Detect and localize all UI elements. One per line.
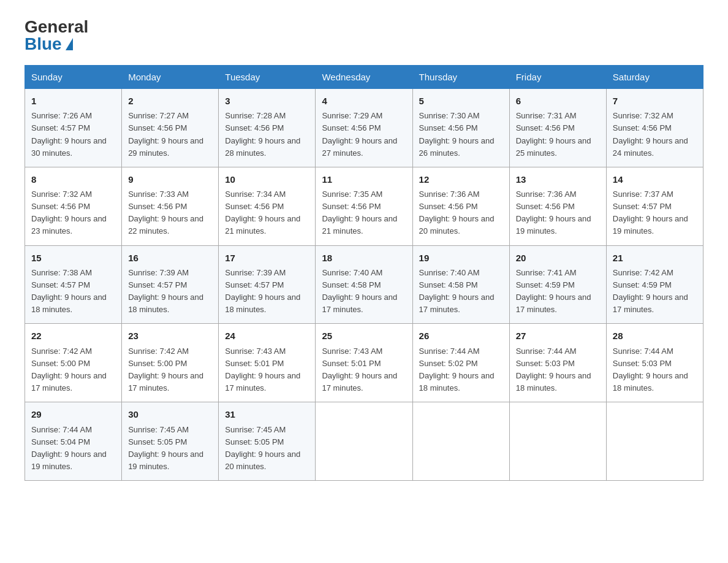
day-header-thursday: Thursday — [412, 66, 509, 89]
day-number: 14 — [613, 172, 697, 186]
day-number: 17 — [225, 251, 309, 265]
day-header-tuesday: Tuesday — [219, 66, 316, 89]
day-info: Sunrise: 7:42 AMSunset: 5:00 PMDaylight:… — [31, 347, 107, 393]
calendar-cell: 29 Sunrise: 7:44 AMSunset: 5:04 PMDaylig… — [25, 402, 122, 481]
day-info: Sunrise: 7:44 AMSunset: 5:03 PMDaylight:… — [613, 347, 688, 393]
day-info: Sunrise: 7:27 AMSunset: 4:56 PMDaylight:… — [128, 111, 203, 157]
day-number: 22 — [31, 329, 115, 343]
calendar-cell: 12 Sunrise: 7:36 AMSunset: 4:56 PMDaylig… — [412, 167, 509, 245]
day-info: Sunrise: 7:32 AMSunset: 4:56 PMDaylight:… — [613, 111, 688, 157]
day-info: Sunrise: 7:34 AMSunset: 4:56 PMDaylight:… — [225, 190, 300, 236]
day-number: 30 — [128, 407, 212, 421]
calendar-week-row: 8 Sunrise: 7:32 AMSunset: 4:56 PMDayligh… — [25, 167, 703, 245]
day-info: Sunrise: 7:36 AMSunset: 4:56 PMDaylight:… — [419, 190, 495, 236]
day-info: Sunrise: 7:45 AMSunset: 5:05 PMDaylight:… — [225, 425, 300, 471]
day-number: 13 — [516, 172, 600, 186]
day-info: Sunrise: 7:41 AMSunset: 4:59 PMDaylight:… — [516, 268, 591, 314]
day-info: Sunrise: 7:44 AMSunset: 5:02 PMDaylight:… — [419, 347, 495, 393]
day-number: 7 — [613, 94, 697, 108]
calendar-week-row: 15 Sunrise: 7:38 AMSunset: 4:57 PMDaylig… — [25, 245, 703, 324]
calendar-cell: 16 Sunrise: 7:39 AMSunset: 4:57 PMDaylig… — [122, 245, 219, 324]
day-number: 27 — [516, 329, 600, 343]
day-number: 10 — [225, 172, 309, 186]
calendar-cell: 19 Sunrise: 7:40 AMSunset: 4:58 PMDaylig… — [412, 245, 509, 324]
page-header: General Blue — [25, 18, 703, 53]
calendar-week-row: 29 Sunrise: 7:44 AMSunset: 5:04 PMDaylig… — [25, 402, 703, 481]
calendar-cell: 7 Sunrise: 7:32 AMSunset: 4:56 PMDayligh… — [606, 89, 703, 167]
day-info: Sunrise: 7:42 AMSunset: 5:00 PMDaylight:… — [128, 347, 203, 393]
calendar-cell: 14 Sunrise: 7:37 AMSunset: 4:57 PMDaylig… — [606, 167, 703, 245]
day-info: Sunrise: 7:40 AMSunset: 4:58 PMDaylight:… — [419, 268, 495, 314]
day-info: Sunrise: 7:33 AMSunset: 4:56 PMDaylight:… — [128, 190, 203, 236]
day-header-sunday: Sunday — [25, 66, 122, 89]
logo: General Blue — [25, 18, 88, 53]
calendar-cell: 25 Sunrise: 7:43 AMSunset: 5:01 PMDaylig… — [316, 324, 412, 402]
day-number: 9 — [128, 172, 212, 186]
day-info: Sunrise: 7:43 AMSunset: 5:01 PMDaylight:… — [322, 347, 397, 393]
day-info: Sunrise: 7:42 AMSunset: 4:59 PMDaylight:… — [613, 268, 688, 314]
day-info: Sunrise: 7:43 AMSunset: 5:01 PMDaylight:… — [225, 347, 300, 393]
calendar-cell: 11 Sunrise: 7:35 AMSunset: 4:56 PMDaylig… — [316, 167, 412, 245]
calendar-cell: 31 Sunrise: 7:45 AMSunset: 5:05 PMDaylig… — [219, 402, 316, 481]
day-number: 16 — [128, 251, 212, 265]
day-info: Sunrise: 7:39 AMSunset: 4:57 PMDaylight:… — [128, 268, 203, 314]
day-info: Sunrise: 7:31 AMSunset: 4:56 PMDaylight:… — [516, 111, 591, 157]
day-header-monday: Monday — [122, 66, 219, 89]
calendar-week-row: 1 Sunrise: 7:26 AMSunset: 4:57 PMDayligh… — [25, 89, 703, 167]
day-number: 20 — [516, 251, 600, 265]
day-info: Sunrise: 7:30 AMSunset: 4:56 PMDaylight:… — [419, 111, 495, 157]
day-info: Sunrise: 7:32 AMSunset: 4:56 PMDaylight:… — [31, 190, 107, 236]
calendar-cell: 21 Sunrise: 7:42 AMSunset: 4:59 PMDaylig… — [606, 245, 703, 324]
day-info: Sunrise: 7:26 AMSunset: 4:57 PMDaylight:… — [31, 111, 107, 157]
day-info: Sunrise: 7:35 AMSunset: 4:56 PMDaylight:… — [322, 190, 397, 236]
calendar-cell: 23 Sunrise: 7:42 AMSunset: 5:00 PMDaylig… — [122, 324, 219, 402]
calendar-week-row: 22 Sunrise: 7:42 AMSunset: 5:00 PMDaylig… — [25, 324, 703, 402]
day-info: Sunrise: 7:40 AMSunset: 4:58 PMDaylight:… — [322, 268, 397, 314]
calendar-cell: 22 Sunrise: 7:42 AMSunset: 5:00 PMDaylig… — [25, 324, 122, 402]
calendar-cell: 5 Sunrise: 7:30 AMSunset: 4:56 PMDayligh… — [412, 89, 509, 167]
calendar-cell: 18 Sunrise: 7:40 AMSunset: 4:58 PMDaylig… — [316, 245, 412, 324]
calendar-table: SundayMondayTuesdayWednesdayThursdayFrid… — [25, 65, 703, 481]
calendar-cell: 4 Sunrise: 7:29 AMSunset: 4:56 PMDayligh… — [316, 89, 412, 167]
calendar-cell: 3 Sunrise: 7:28 AMSunset: 4:56 PMDayligh… — [219, 89, 316, 167]
day-number: 18 — [322, 251, 406, 265]
day-number: 21 — [613, 251, 697, 265]
calendar-cell: 2 Sunrise: 7:27 AMSunset: 4:56 PMDayligh… — [122, 89, 219, 167]
calendar-cell: 26 Sunrise: 7:44 AMSunset: 5:02 PMDaylig… — [412, 324, 509, 402]
logo-triangle-icon — [66, 38, 73, 50]
day-info: Sunrise: 7:28 AMSunset: 4:56 PMDaylight:… — [225, 111, 300, 157]
calendar-cell: 6 Sunrise: 7:31 AMSunset: 4:56 PMDayligh… — [509, 89, 606, 167]
day-header-friday: Friday — [509, 66, 606, 89]
day-number: 3 — [225, 94, 309, 108]
day-number: 15 — [31, 251, 115, 265]
day-number: 8 — [31, 172, 115, 186]
day-number: 31 — [225, 407, 309, 421]
day-info: Sunrise: 7:37 AMSunset: 4:57 PMDaylight:… — [613, 190, 688, 236]
calendar-cell — [412, 402, 509, 481]
day-number: 5 — [419, 94, 503, 108]
logo-general-text: General — [25, 18, 88, 36]
day-number: 1 — [31, 94, 115, 108]
calendar-cell: 24 Sunrise: 7:43 AMSunset: 5:01 PMDaylig… — [219, 324, 316, 402]
day-info: Sunrise: 7:36 AMSunset: 4:56 PMDaylight:… — [516, 190, 591, 236]
calendar-cell — [316, 402, 412, 481]
day-info: Sunrise: 7:44 AMSunset: 5:03 PMDaylight:… — [516, 347, 591, 393]
calendar-cell: 1 Sunrise: 7:26 AMSunset: 4:57 PMDayligh… — [25, 89, 122, 167]
calendar-cell: 20 Sunrise: 7:41 AMSunset: 4:59 PMDaylig… — [509, 245, 606, 324]
calendar-cell: 17 Sunrise: 7:39 AMSunset: 4:57 PMDaylig… — [219, 245, 316, 324]
day-info: Sunrise: 7:38 AMSunset: 4:57 PMDaylight:… — [31, 268, 107, 314]
calendar-cell: 27 Sunrise: 7:44 AMSunset: 5:03 PMDaylig… — [509, 324, 606, 402]
calendar-cell: 28 Sunrise: 7:44 AMSunset: 5:03 PMDaylig… — [606, 324, 703, 402]
day-number: 11 — [322, 172, 406, 186]
day-header-wednesday: Wednesday — [316, 66, 412, 89]
day-number: 6 — [516, 94, 600, 108]
day-info: Sunrise: 7:44 AMSunset: 5:04 PMDaylight:… — [31, 425, 107, 471]
calendar-cell: 30 Sunrise: 7:45 AMSunset: 5:05 PMDaylig… — [122, 402, 219, 481]
calendar-cell: 13 Sunrise: 7:36 AMSunset: 4:56 PMDaylig… — [509, 167, 606, 245]
day-number: 19 — [419, 251, 503, 265]
day-number: 28 — [613, 329, 697, 343]
calendar-cell: 8 Sunrise: 7:32 AMSunset: 4:56 PMDayligh… — [25, 167, 122, 245]
day-number: 26 — [419, 329, 503, 343]
day-number: 2 — [128, 94, 212, 108]
calendar-cell: 10 Sunrise: 7:34 AMSunset: 4:56 PMDaylig… — [219, 167, 316, 245]
